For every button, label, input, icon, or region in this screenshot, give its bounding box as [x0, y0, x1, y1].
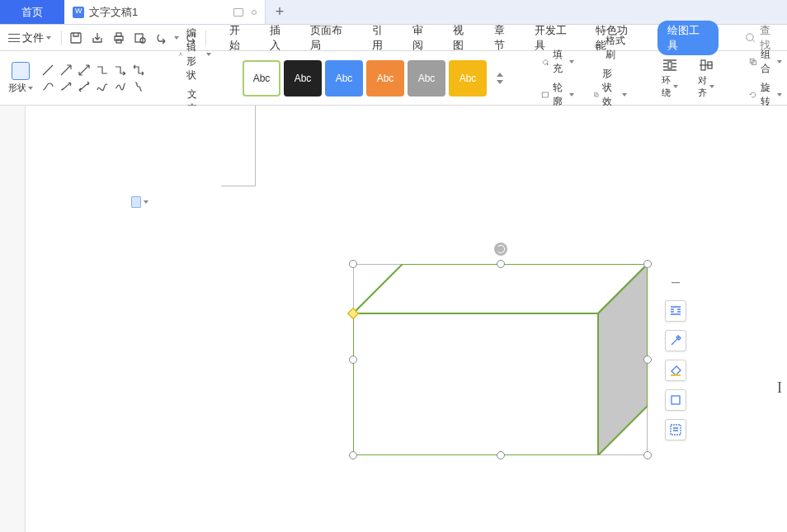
shape-shadow-button[interactable]: [665, 389, 686, 411]
menu-drawing-tools[interactable]: 绘图工具: [657, 21, 719, 55]
svg-rect-21: [671, 374, 681, 376]
s-curve-icon[interactable]: [130, 78, 147, 95]
ribbon-group-fill: 填充 轮廓: [541, 48, 574, 109]
style-swatch-orange[interactable]: Abc: [366, 60, 404, 97]
wrap-icon: [662, 58, 678, 73]
ribbon-group-shapes: 形状: [7, 62, 147, 95]
presentation-mode-icon[interactable]: [233, 8, 243, 16]
wrap-button[interactable]: 环绕: [662, 58, 678, 99]
resize-handle-e[interactable]: [643, 355, 652, 364]
svg-rect-23: [671, 425, 681, 435]
layout-options-button[interactable]: [665, 300, 686, 322]
menu-chapter[interactable]: 章节: [494, 23, 515, 53]
format-painter-button[interactable]: 格式刷: [594, 34, 627, 62]
menu-start[interactable]: 开始: [229, 23, 250, 53]
elbow-arrow-icon[interactable]: [112, 62, 129, 78]
shape-gallery[interactable]: [40, 62, 147, 95]
document-area: – I: [0, 106, 787, 532]
search-icon: [745, 32, 756, 44]
align-icon: [698, 58, 714, 73]
svg-rect-20: [353, 313, 598, 455]
format-painter-label: 格式刷: [606, 34, 627, 62]
style-gallery-more[interactable]: [493, 60, 507, 97]
resize-handle-se[interactable]: [643, 451, 652, 459]
print-button[interactable]: [110, 29, 128, 47]
svg-rect-22: [672, 396, 680, 404]
svg-rect-11: [595, 92, 597, 95]
curve-arrow-icon[interactable]: [58, 78, 74, 95]
left-gutter: [0, 106, 25, 532]
svg-rect-10: [596, 45, 600, 47]
group-icon: [749, 56, 757, 68]
style-swatch-outline[interactable]: Abc: [243, 60, 280, 97]
rotate-button[interactable]: 旋转: [749, 81, 782, 109]
rotate-icon: [749, 89, 757, 101]
menu-view[interactable]: 视图: [453, 23, 474, 53]
chevron-down-icon: [777, 60, 782, 64]
menu-page[interactable]: 页面布局: [310, 23, 351, 53]
insert-shape-button[interactable]: 形状: [7, 62, 35, 94]
hamburger-icon: [8, 34, 20, 42]
freeform-icon[interactable]: [94, 78, 111, 95]
outline-button[interactable]: 轮廓: [541, 81, 574, 109]
export-button[interactable]: [88, 29, 106, 47]
save-button[interactable]: [67, 29, 85, 47]
resize-handle-nw[interactable]: [349, 260, 357, 268]
print-preview-button[interactable]: [131, 29, 149, 47]
ribbon: 形状 编辑形状 文本框 Abc: [0, 51, 787, 106]
fill-button[interactable]: 填充: [541, 48, 574, 76]
style-swatch-black[interactable]: Abc: [284, 60, 322, 97]
svg-rect-0: [71, 33, 81, 43]
chevron-down-icon: [569, 60, 574, 64]
page[interactable]: – I: [25, 106, 787, 532]
curve-double-arrow-icon[interactable]: [76, 78, 92, 95]
resize-handle-sw[interactable]: [349, 451, 357, 459]
shape-fill-button[interactable]: [665, 360, 686, 381]
group-button[interactable]: 组合: [749, 48, 782, 76]
rotate-label: 旋转: [761, 81, 774, 109]
resize-handle-n[interactable]: [497, 260, 505, 268]
ribbon-group-arrange: 组合 旋转: [749, 48, 782, 109]
style-swatch-blue[interactable]: Abc: [325, 60, 363, 97]
tab-home[interactable]: 首页: [0, 0, 64, 24]
scribble-icon[interactable]: [112, 78, 129, 95]
resize-handle-ne[interactable]: [643, 260, 652, 268]
word-doc-icon: [73, 7, 84, 18]
chevron-down-icon: [28, 87, 33, 90]
arrow-shape-icon[interactable]: [58, 62, 74, 78]
resize-handle-s[interactable]: [497, 451, 505, 459]
style-swatch-gray[interactable]: Abc: [408, 60, 445, 97]
file-menu[interactable]: 文件: [8, 31, 51, 45]
menu-bar: 文件 开始 插入 页面布局 引用 审阅 视图 章节 开发工具 特色功能 绘图工具…: [0, 25, 787, 51]
file-menu-label: 文件: [22, 31, 44, 45]
shape-outline-button[interactable]: [665, 330, 686, 351]
tab-document-title: 文字文稿1: [89, 5, 233, 20]
menu-insert[interactable]: 插入: [270, 23, 290, 53]
style-swatch-yellow[interactable]: Abc: [449, 60, 487, 97]
group-label: 组合: [761, 48, 774, 76]
collapse-toolbar-button[interactable]: –: [665, 271, 686, 292]
paste-options-icon: [131, 196, 141, 208]
menu-review[interactable]: 审阅: [412, 23, 433, 53]
insert-shape-label: 形状: [8, 82, 26, 94]
undo-button[interactable]: [153, 29, 171, 47]
selected-shape[interactable]: [353, 264, 648, 455]
chevron-down-icon: [144, 200, 148, 204]
menu-ref[interactable]: 引用: [372, 23, 393, 53]
paste-options-button[interactable]: [131, 196, 148, 208]
tab-options-icon[interactable]: [252, 10, 257, 15]
double-arrow-icon[interactable]: [76, 62, 92, 78]
curve-connector-icon[interactable]: [40, 78, 56, 95]
edit-shape-button[interactable]: 编辑形状: [178, 26, 211, 82]
line-shape-icon[interactable]: [40, 62, 56, 78]
chevron-down-icon: [709, 85, 714, 88]
elbow-double-arrow-icon[interactable]: [130, 62, 147, 78]
elbow-connector-icon[interactable]: [94, 62, 111, 78]
rotation-handle[interactable]: [494, 242, 507, 256]
shape-properties-button[interactable]: [665, 419, 686, 440]
edit-points-icon: [178, 49, 183, 60]
shape-side-toolbar: –: [665, 271, 686, 440]
cube-shape[interactable]: [353, 264, 648, 455]
align-button[interactable]: 对齐: [698, 58, 714, 99]
resize-handle-w[interactable]: [349, 355, 357, 364]
